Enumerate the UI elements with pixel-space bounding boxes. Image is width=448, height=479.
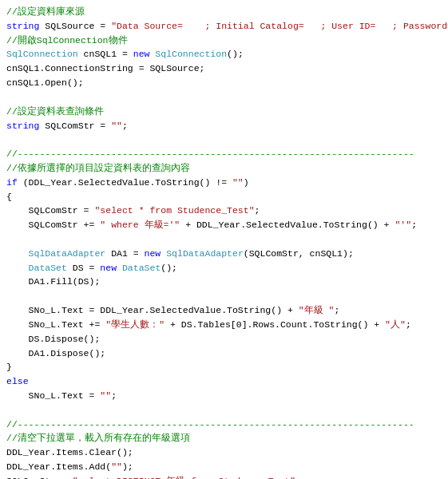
code-segment: if [6, 177, 18, 188]
code-segment: SQLComStr = [39, 121, 111, 131]
code-line: //清空下拉選單，載入所有存在的年級選項 [6, 431, 442, 445]
code-line: SNo_L.Text += "學生人數：" + DS.Tables[0].Row… [6, 318, 442, 332]
code-segment: DA1.Dispose(); [6, 348, 105, 358]
code-line [6, 289, 442, 303]
code-segment: SqlConnection [6, 49, 78, 59]
code-segment: DataSet [122, 263, 161, 273]
code-segment: ; [334, 305, 339, 315]
code-segment: + DDL_Year.SelectedValue.ToString() + [180, 220, 394, 230]
code-line [6, 232, 442, 247]
code-segment: ) [244, 177, 249, 188]
code-segment: SQLComStr += [6, 220, 100, 230]
code-line: DDL_Year.Items.Add(""); [6, 460, 442, 474]
code-segment: SNo_L.Text += [6, 319, 105, 330]
code-segment: SQLComStr = [6, 476, 73, 479]
code-line: SqlConnection cnSQL1 = new SqlConnection… [6, 47, 442, 61]
code-line: //開啟SqlConnection物件 [6, 34, 442, 48]
code-line: } [6, 360, 442, 374]
code-line: DA1.Dispose(); [6, 346, 442, 361]
code-segment: "select * from Studence_Test" [94, 205, 254, 216]
code-segment: "Data Source= ; Initial Catalog= ; User … [111, 21, 448, 31]
code-segment: //設定資料庫來源 [6, 6, 85, 17]
code-segment: (); [161, 263, 177, 273]
code-segment: "'" [394, 220, 411, 230]
code-line: //--------------------------------------… [6, 418, 442, 432]
code-segment: ; [406, 319, 411, 330]
code-segment: //--------------------------------------… [6, 148, 414, 159]
code-line: DataSet DS = new DataSet(); [6, 261, 442, 275]
code-line: cnSQL1.ConnectionString = SQLSource; [6, 61, 442, 76]
code-segment: "年級 " [299, 305, 335, 315]
code-segment: ; [255, 205, 260, 216]
code-line: if (DDL_Year.SelectedValue.ToString() !=… [6, 176, 442, 190]
code-segment: "" [111, 121, 122, 131]
code-segment [6, 263, 29, 273]
code-segment: SQLSource = [39, 21, 111, 31]
code-segment: { [6, 192, 12, 202]
code-segment: (SQLComStr, cnSQL1); [244, 248, 354, 259]
code-line [6, 133, 442, 147]
code-segment: ; [111, 390, 117, 401]
code-segment: cnSQL1 = [78, 49, 133, 59]
code-segment: "" [111, 461, 122, 472]
code-segment: SqlDataAdapter [29, 248, 106, 259]
code-segment: else [6, 376, 29, 386]
code-segment: ; [295, 476, 301, 479]
code-segment: new [100, 263, 117, 273]
code-line: //設定資料表查詢條件 [6, 105, 442, 119]
code-line: SQLComStr += " where 年級='" + DDL_Year.Se… [6, 218, 442, 232]
code-line: else [6, 374, 442, 389]
code-segment: SQLComStr = [6, 205, 94, 216]
code-segment: new [133, 49, 150, 59]
code-segment: "人" [385, 319, 406, 330]
code-line: //--------------------------------------… [6, 147, 442, 161]
code-segment: DS.Dispose(); [6, 334, 100, 344]
code-segment: } [6, 362, 12, 372]
code-segment: new [145, 248, 161, 259]
code-line: DA1.Fill(DS); [6, 275, 442, 289]
code-segment: SqlConnection [155, 49, 227, 59]
code-segment: " where 年級='" [100, 220, 180, 230]
code-segment: "" [100, 390, 111, 401]
code-line: DDL_Year.Items.Clear(); [6, 445, 442, 460]
code-line [6, 90, 442, 105]
code-segment: ; [411, 220, 417, 230]
code-line: //依據所選擇的項目設定資料表的查詢內容 [6, 161, 442, 176]
code-segment: DS = [67, 263, 100, 273]
code-segment: //開啟SqlConnection物件 [6, 35, 128, 46]
code-segment: //依據所選擇的項目設定資料表的查詢內容 [6, 163, 190, 173]
code-line: SqlDataAdapter DA1 = new SqlDataAdapter(… [6, 247, 442, 261]
code-segment: //--------------------------------------… [6, 419, 414, 430]
code-segment: + DS.Tables[0].Rows.Count.ToString() + [165, 319, 385, 330]
code-segment: DA1 = [105, 248, 144, 259]
code-segment: SqlDataAdapter [166, 248, 244, 259]
code-line: SQLComStr = "select * from Studence_Test… [6, 204, 442, 218]
code-line: string SQLSource = "Data Source= ; Initi… [6, 19, 442, 34]
code-segment: "select DISTINCT 年級 from Studence_Test" [73, 476, 295, 479]
code-line: string SQLComStr = ""; [6, 119, 442, 133]
code-container: //設定資料庫來源string SQLSource = "Data Source… [6, 5, 442, 479]
code-segment: string [6, 21, 39, 31]
code-line: DS.Dispose(); [6, 332, 442, 346]
code-segment: //設定資料表查詢條件 [6, 106, 104, 117]
code-line: SNo_L.Text = DDL_Year.SelectedValue.ToSt… [6, 303, 442, 318]
code-line: { [6, 190, 442, 204]
code-line: SNo_L.Text = ""; [6, 389, 442, 403]
code-segment: DDL_Year.Items.Clear(); [6, 447, 133, 457]
code-segment: DataSet [29, 263, 67, 273]
code-line: //設定資料庫來源 [6, 5, 442, 19]
code-segment: ; [122, 121, 128, 131]
code-line: SQLComStr = "select DISTINCT 年級 from Stu… [6, 474, 442, 479]
code-segment: cnSQL1.ConnectionString = SQLSource; [6, 63, 204, 73]
code-segment: string [6, 121, 39, 131]
code-segment [6, 248, 29, 259]
code-segment: //清空下拉選單，載入所有存在的年級選項 [6, 433, 190, 443]
code-segment: (DDL_Year.SelectedValue.ToString() != [18, 177, 232, 188]
code-segment: (); [227, 49, 244, 59]
code-segment: DDL_Year.Items.Add( [6, 461, 111, 472]
code-segment: "學生人數：" [105, 319, 165, 330]
code-segment: SNo_L.Text = DDL_Year.SelectedValue.ToSt… [6, 305, 299, 315]
code-segment: DA1.Fill(DS); [6, 276, 100, 287]
code-line: cnSQL1.Open(); [6, 76, 442, 90]
code-line [6, 403, 442, 418]
